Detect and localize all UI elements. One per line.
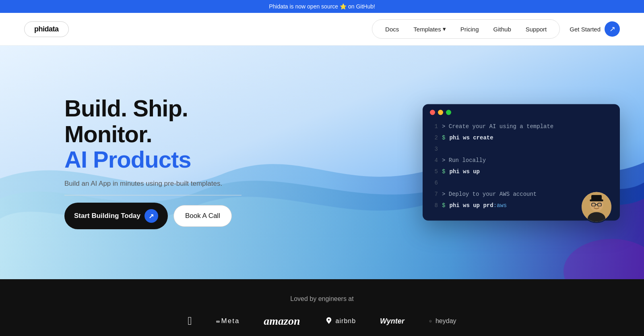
terminal-line-5: 5 $ phi ws up [431, 166, 612, 177]
nav-docs[interactable]: Docs [379, 23, 405, 35]
hero-subtitle: Build an AI App in minutes using pre-bui… [64, 180, 242, 188]
terminal-dot-yellow [438, 110, 443, 115]
banner-text: Phidata is now open source ⭐ on GitHub! [269, 3, 375, 10]
hero-title-line2: AI Products [64, 147, 242, 172]
terminal-dot-red [430, 110, 435, 115]
nav-pricing[interactable]: Pricing [454, 23, 485, 35]
terminal-card: 1 > Create your AI using a template 2 $ … [423, 104, 620, 221]
terminal-line-3: 3 [431, 143, 612, 155]
terminal-line-1: 1 > Create your AI using a template [431, 121, 612, 132]
arrow-icon: ↗ [609, 25, 615, 33]
logo-airbnb: airbnb [324, 317, 356, 326]
loved-text: Loved by engineers at [0, 295, 644, 303]
avatar [580, 191, 613, 223]
airbnb-icon [324, 317, 333, 326]
chevron-down-icon: ▾ [443, 25, 446, 33]
start-building-label: Start Building Today [74, 212, 140, 220]
nav-support[interactable]: Support [519, 23, 553, 35]
terminal-line-6: 6 [431, 177, 612, 189]
nav-templates[interactable]: Templates ▾ [407, 23, 452, 35]
terminal-titlebar [423, 104, 620, 121]
logo-meta: ∞ Meta [216, 317, 240, 325]
svg-point-11 [599, 205, 601, 207]
get-started-arrow-button[interactable]: ↗ [605, 21, 620, 37]
svg-rect-6 [591, 195, 602, 200]
terminal-line-4: 4 > Run locally [431, 155, 612, 166]
nav-github[interactable]: Github [487, 23, 518, 35]
svg-point-10 [592, 205, 594, 207]
logo-amazon: amazon [264, 315, 300, 328]
hero-buttons: Start Building Today ↗ Book A Call [64, 203, 242, 229]
logos-row:  ∞ Meta amazon airbnb Wynter ☺ heyday [0, 315, 644, 328]
top-banner: Phidata is now open source ⭐ on GitHub! [0, 0, 644, 13]
start-building-button[interactable]: Start Building Today ↗ [64, 203, 168, 229]
logo-apple:  [188, 315, 192, 328]
get-started-label[interactable]: Get Started [570, 26, 601, 33]
logo-wynter: Wynter [380, 317, 405, 326]
hero-content: Build. Ship. Monitor. AI Products Build … [0, 71, 242, 253]
book-call-label: Book A Call [185, 212, 220, 220]
hero-title-line1: Build. Ship. Monitor. [64, 95, 242, 147]
logo-heyday: ☺ heyday [429, 317, 456, 325]
nav-links: Docs Templates ▾ Pricing Github Support [372, 19, 560, 39]
book-call-button[interactable]: Book A Call [173, 205, 232, 227]
terminal-dot-green [446, 110, 451, 115]
bottom-bar: Loved by engineers at  ∞ Meta amazon ai… [0, 279, 644, 336]
terminal-body: 1 > Create your AI using a template 2 $ … [423, 121, 620, 211]
navbar: phidata Docs Templates ▾ Pricing Github … [0, 13, 644, 46]
hero-divider [64, 195, 242, 195]
hero-section: Build. Ship. Monitor. AI Products Build … [0, 46, 644, 279]
arrow-up-right-icon: ↗ [144, 209, 158, 223]
get-started-group: Get Started ↗ [570, 21, 620, 37]
terminal-line-2: 2 $ phi ws create [431, 132, 612, 143]
logo[interactable]: phidata [24, 21, 69, 37]
